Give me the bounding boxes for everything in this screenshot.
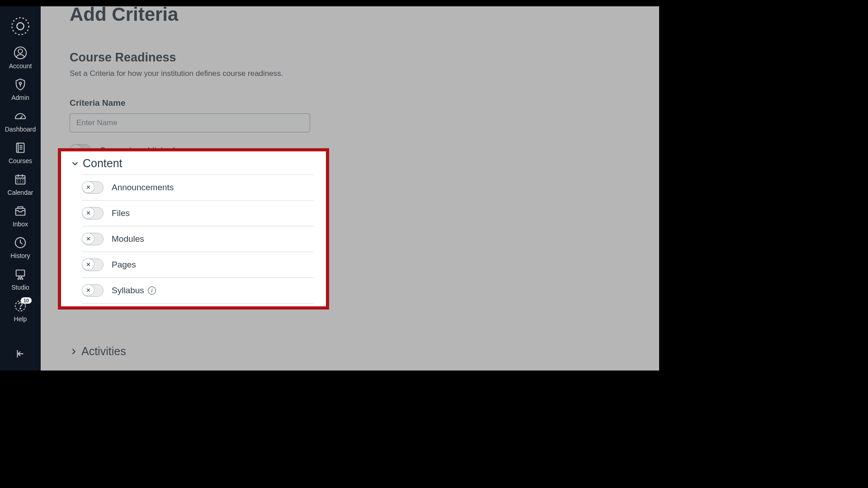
toggle-syllabus[interactable]: ✕ xyxy=(82,284,104,297)
nav-account[interactable]: Account xyxy=(0,42,41,74)
x-icon: ✕ xyxy=(82,284,94,296)
content-label: Announcements xyxy=(112,183,174,192)
svg-point-14 xyxy=(20,308,21,309)
x-icon: ✕ xyxy=(82,258,94,270)
nav-help[interactable]: 10 Help xyxy=(0,296,41,327)
help-badge: 10 xyxy=(21,297,32,304)
svg-point-0 xyxy=(12,18,28,34)
svg-point-12 xyxy=(22,278,23,279)
nav-label: History xyxy=(10,252,30,259)
canvas-logo-icon[interactable] xyxy=(10,16,30,36)
nav-dashboard[interactable]: Dashboard xyxy=(0,106,41,137)
nav-label: Account xyxy=(9,62,32,70)
content-item-syllabus: ✕ Syllabus i xyxy=(82,277,313,304)
global-nav-sidebar: Account Admin Dashboard Courses xyxy=(0,6,41,371)
nav-inbox[interactable]: Inbox xyxy=(0,201,41,232)
nav-admin[interactable]: Admin xyxy=(0,74,41,106)
nav-label: Inbox xyxy=(13,221,28,228)
content-label: Pages xyxy=(112,260,136,270)
content-list: ✕ Announcements ✕ Files ✕ Modules xyxy=(82,174,313,304)
toggle-announcements[interactable]: ✕ xyxy=(82,181,104,194)
nav-label: Studio xyxy=(11,284,29,291)
toggle-files[interactable]: ✕ xyxy=(82,207,104,220)
x-icon: ✕ xyxy=(82,233,94,244)
x-icon: ✕ xyxy=(82,207,94,219)
chevron-down-icon xyxy=(71,160,79,168)
x-icon: ✕ xyxy=(82,181,94,193)
page-title: Add Criteria xyxy=(70,4,659,25)
content-item-announcements: ✕ Announcements xyxy=(82,174,313,200)
main-content: Add Criteria Course Readiness Set a Crit… xyxy=(41,6,659,371)
nav-label: Courses xyxy=(9,157,32,164)
svg-point-1 xyxy=(17,23,24,29)
nav-label: Calendar xyxy=(8,189,33,196)
activities-collapsible-header[interactable]: Activities xyxy=(70,345,659,358)
section-description: Set a Criteria for how your institution … xyxy=(70,69,659,78)
content-item-files: ✕ Files xyxy=(82,200,313,226)
content-label: Modules xyxy=(112,234,144,244)
section-title: Course Readiness xyxy=(70,51,659,65)
content-item-pages: ✕ Pages xyxy=(82,252,313,277)
svg-point-4 xyxy=(19,82,22,84)
svg-point-3 xyxy=(18,49,22,53)
nav-calendar[interactable]: Calendar xyxy=(0,169,41,201)
content-section-highlight: Content ✕ Announcements ✕ Files xyxy=(58,148,329,310)
activities-title: Activities xyxy=(81,345,126,358)
criteria-name-label: Criteria Name xyxy=(70,98,659,108)
content-item-modules: ✕ Modules xyxy=(82,226,313,252)
content-title: Content xyxy=(83,157,123,170)
nav-history[interactable]: History xyxy=(0,232,41,264)
toggle-modules[interactable]: ✕ xyxy=(82,233,104,245)
svg-point-10 xyxy=(18,278,19,279)
chevron-right-icon xyxy=(70,347,78,356)
info-icon[interactable]: i xyxy=(148,286,156,295)
content-label: Files xyxy=(112,208,130,218)
criteria-name-input[interactable] xyxy=(70,113,310,132)
nav-label: Help xyxy=(14,315,27,323)
collapse-sidebar-button[interactable] xyxy=(0,342,41,366)
toggle-pages[interactable]: ✕ xyxy=(82,258,104,271)
nav-label: Admin xyxy=(11,94,29,101)
content-label: Syllabus i xyxy=(112,286,156,296)
svg-point-11 xyxy=(20,278,21,279)
content-collapsible-header[interactable]: Content xyxy=(71,157,313,170)
nav-courses[interactable]: Courses xyxy=(0,137,41,169)
nav-studio[interactable]: Studio xyxy=(0,264,41,296)
nav-label: Dashboard xyxy=(5,126,36,133)
svg-rect-9 xyxy=(16,270,25,276)
